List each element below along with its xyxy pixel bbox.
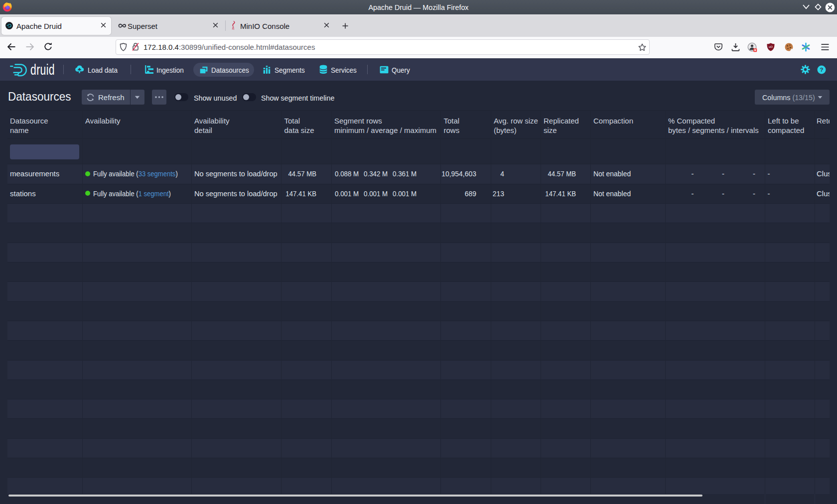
svg-text:?: ?: [820, 67, 823, 73]
svg-text:uO: uO: [769, 45, 773, 48]
